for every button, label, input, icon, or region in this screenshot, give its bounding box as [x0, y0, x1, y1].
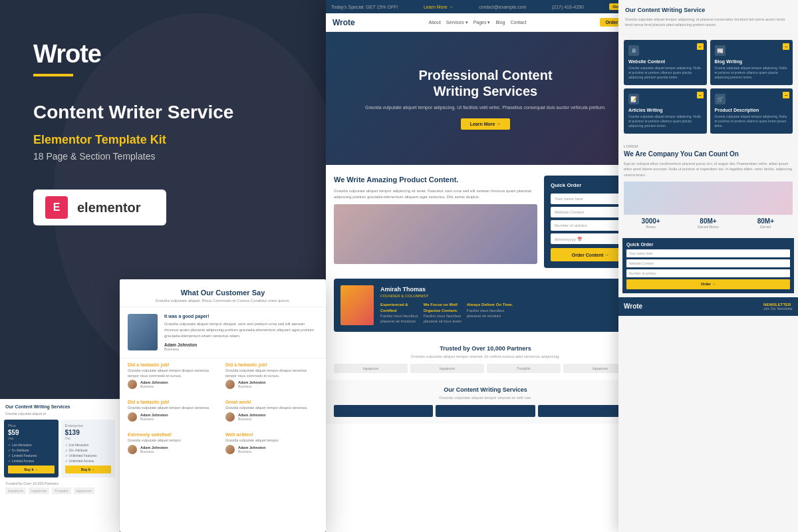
promo-text: Today's Special: GET 15% OFF! — [331, 5, 398, 9]
partners-title: Trusted by Over 10,000 Partners — [5, 481, 114, 485]
testimonials-title: What Our Customer Say — [129, 289, 317, 297]
nav-contact[interactable]: Contact — [510, 20, 526, 25]
footer-logo: Wrote — [624, 303, 642, 310]
plan-price: $139 — [65, 429, 112, 436]
footer: Wrote NEWSLETTER Join Our Newsletter — [618, 297, 798, 316]
elementor-text: elementor — [77, 200, 141, 215]
small-quote: Great work! — [225, 400, 318, 404]
partners-subtitle: Gravida vulputate aliquet tempor sitamet… — [334, 354, 637, 358]
company-stats: 3000+ Bonus 80M+ Earned Bonus 80M+ Earne… — [624, 217, 793, 229]
list-item: Great work! Gravida vulputate aliquet te… — [225, 400, 318, 422]
company-image — [624, 182, 793, 215]
services-title: Our Content Writing Services — [334, 386, 637, 393]
kit-subtitle: Elementor Template Kit — [33, 133, 293, 147]
services-section: Our Content Writing Services Gravida vul… — [326, 380, 645, 424]
small-text: Gravida vulputate aliquet tempor disaput… — [128, 406, 220, 411]
newsletter-subtitle: Join Our Newsletter — [763, 307, 793, 311]
card-badge-2: − — [783, 43, 789, 50]
pricing-card-enterprise: Enterprise $139 /mo ✓ List Attraction ✓ … — [61, 420, 116, 477]
main-title: Content Writer Service — [33, 100, 293, 124]
plan-name: Plus — [8, 424, 55, 428]
rp-articles-input[interactable]: Number of articles — [626, 269, 790, 277]
small-author-row: Adam Johnston Business — [225, 412, 318, 422]
hero-cta-button[interactable]: Learn More → — [461, 118, 511, 130]
small-role: Business — [238, 417, 266, 421]
buy-enterprise-button[interactable]: Buy It → — [65, 466, 112, 473]
card-title-4: Product Description — [715, 108, 789, 112]
feature-1: ✓ List Attraction — [8, 443, 55, 447]
person-info: Amirah Thomas FOUNDER & COLUMNIST Experi… — [380, 286, 513, 325]
nav-about[interactable]: About — [429, 20, 441, 25]
person-image — [340, 285, 374, 325]
kit-description: 18 Page & Section Templates — [33, 151, 293, 162]
brand-underline — [33, 74, 73, 76]
rp-content-input[interactable]: Website Content — [626, 259, 790, 267]
small-avatar — [128, 445, 137, 454]
hero-title: Professional ContentWriting Services — [418, 67, 552, 99]
nav-blog[interactable]: Blog — [495, 20, 505, 25]
small-quote: Did a fantastic job! — [225, 362, 318, 367]
partner-2: logopixure — [29, 487, 49, 494]
small-text: Gravida vulputate aliquet tempor disaput… — [128, 368, 220, 378]
nav-pages[interactable]: Pages ▾ — [473, 20, 491, 25]
rp-card-website: 🖥 − Website Content Gravita vulputate al… — [624, 40, 707, 85]
hero-section: Professional ContentWriting Services Gra… — [326, 32, 645, 165]
service-bars — [334, 405, 637, 417]
list-item: Did a fantastic job! Gravida vulputate a… — [128, 400, 220, 422]
card-title-3: Articles Writing — [628, 108, 702, 112]
pricing-subtitle: Gravida vulputate aliquet et — [0, 412, 119, 420]
stat-label: Bonus — [624, 225, 678, 229]
company-label: LOREM — [624, 144, 793, 148]
testimonials-header: What Our Customer Say Gravida vulputate … — [120, 279, 326, 307]
card-text-4: Gravita vulputate aliquet tempor adipisc… — [715, 114, 789, 128]
testimonial-avatar — [128, 314, 158, 350]
partner-logos: logopixure logopixure Trustpilot logopix… — [5, 487, 114, 494]
feature-3: ✓ Unlimited Features — [65, 454, 112, 458]
small-quote: Extremely satisfied! — [128, 432, 220, 437]
feature-4: ✓ Unlimited Access — [65, 459, 112, 463]
card-title-2: Blog Writing — [715, 59, 789, 64]
feature-1: ✓ List Attraction — [65, 443, 112, 447]
articles-writing-icon: 📝 — [628, 94, 639, 104]
stat-1: 3000+ Bonus — [624, 217, 678, 229]
card-title-1: Website Content — [628, 59, 702, 64]
plan-period: /mo — [8, 436, 55, 440]
center-preview: Today's Special: GET 15% OFF! Learn More… — [326, 0, 645, 532]
rp-order-button[interactable]: Order → — [626, 279, 790, 289]
partners-title: Trusted by Over 10,000 Partners — [334, 345, 637, 352]
elementor-badge: E elementor — [33, 190, 166, 225]
small-text: Gravida vulputate aliquet tempor disaput… — [225, 406, 318, 411]
small-text: Gravida vulputate aliquet tempor. — [225, 438, 318, 444]
card-text-2: Gravita vulputate aliquet tempor adipisc… — [715, 66, 789, 80]
card-text-3: Gravita vulputate aliquet tempor adipisc… — [628, 114, 702, 128]
small-avatar — [128, 412, 137, 422]
small-text: Gravida vulputate aliquet tempor. — [128, 438, 220, 444]
plan-name: Enterprise — [65, 424, 112, 428]
testimonial-author: Adam Johnston — [164, 342, 318, 347]
partner-3: Trustpilot — [52, 487, 70, 494]
product-image — [334, 204, 537, 264]
nav-services[interactable]: Services ▾ — [446, 20, 468, 25]
small-role: Business — [140, 384, 168, 388]
small-quote: Did a fantastic job! — [128, 362, 220, 367]
partner-3: Trustpilot — [487, 364, 561, 373]
service-bar-1 — [334, 405, 433, 417]
stat-2: 80M+ Earned Bonus — [681, 217, 735, 229]
service-bar-2 — [436, 405, 535, 417]
main-testimonial: It was a good paper! Gravida vulputate a… — [120, 307, 326, 358]
small-role: Business — [140, 450, 168, 454]
stat-num: 80M+ — [739, 217, 793, 225]
small-author-row: Adam Johnston Business — [225, 380, 318, 389]
small-role: Business — [238, 450, 266, 454]
product-section: We Write Amazing Product Content. Gravid… — [326, 165, 645, 279]
card-badge-4: − — [783, 92, 789, 98]
rp-service-cards: 🖥 − Website Content Gravita vulputate al… — [618, 35, 798, 139]
small-author-row: Adam Johnston Business — [128, 445, 220, 454]
hero-subtitle: Gravida vulputate aliquet tempor adipisc… — [365, 104, 606, 112]
rp-name-input[interactable]: Your name here — [626, 249, 790, 257]
feature-2: ✓ 5+ Attribute — [8, 448, 55, 452]
testimonial-role: Business — [164, 347, 318, 351]
small-avatar — [225, 445, 235, 454]
learn-more-link[interactable]: Learn More → — [424, 5, 454, 9]
buy-plus-button[interactable]: Buy It → — [8, 466, 55, 473]
